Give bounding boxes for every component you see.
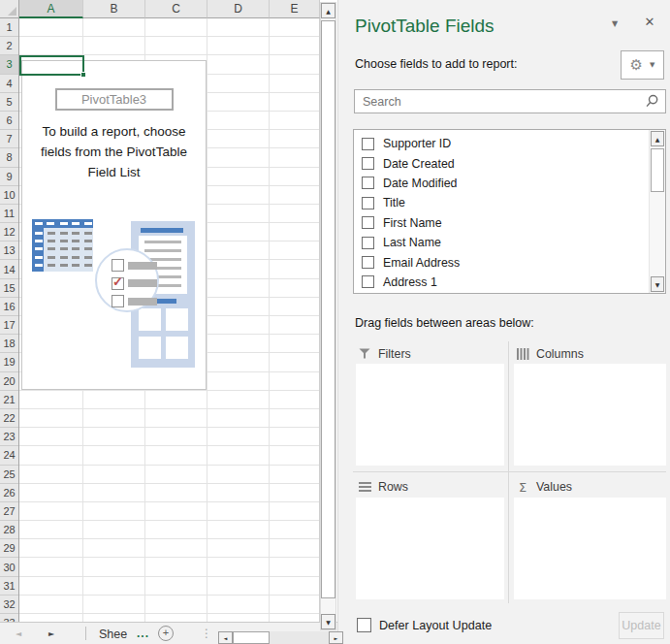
vertical-scroll-thumb[interactable] — [321, 20, 335, 598]
column-header-b[interactable]: B — [83, 0, 145, 18]
column-header-e[interactable]: E — [270, 0, 320, 18]
row-header-22[interactable]: 22 — [0, 409, 18, 428]
update-button[interactable]: Update — [619, 612, 664, 639]
row-header-21[interactable]: 21 — [0, 391, 18, 409]
field-settings-button[interactable]: ⚙ ▼ — [621, 50, 664, 80]
grid-row — [19, 539, 319, 558]
field-item-date-modified[interactable]: Date Modified — [354, 174, 665, 193]
sheet-tab[interactable]: Shee — [99, 628, 127, 641]
pivottable-fields-pane: PivotTable Fields ▼ ✕ Choose fields to a… — [337, 0, 670, 644]
row-header-1[interactable]: 1 — [0, 18, 18, 37]
row-header-11[interactable]: 11 — [0, 205, 18, 223]
row-header-23[interactable]: 23 — [0, 428, 18, 446]
columns-drop-zone[interactable] — [514, 364, 666, 466]
row-header-2[interactable]: 2 — [0, 37, 18, 55]
field-checkbox[interactable] — [362, 275, 374, 288]
row-header-26[interactable]: 26 — [0, 484, 18, 502]
row-header-19[interactable]: 19 — [0, 353, 18, 371]
grid-row — [19, 502, 319, 521]
select-all-button[interactable] — [0, 0, 19, 18]
grid-row — [19, 521, 319, 539]
scroll-left-button[interactable] — [218, 631, 233, 644]
row-header-28[interactable]: 28 — [0, 521, 18, 539]
chevron-down-icon[interactable]: ▼ — [602, 19, 627, 37]
horizontal-scrollbar[interactable] — [218, 631, 343, 644]
field-item-address-1[interactable]: Address 1 — [354, 273, 665, 292]
field-item-last-name[interactable]: Last Name — [354, 233, 665, 252]
row-header-10[interactable]: 10 — [0, 186, 18, 205]
list-scroll-thumb[interactable] — [651, 148, 664, 192]
columns-icon — [516, 348, 529, 360]
filters-drop-zone[interactable] — [356, 364, 504, 466]
add-sheet-button[interactable]: + — [158, 626, 174, 641]
scroll-down-button[interactable] — [321, 614, 335, 629]
drag-fields-label: Drag fields between areas below: — [355, 316, 534, 330]
funnel-icon — [358, 348, 371, 359]
rows-drop-zone[interactable] — [356, 498, 504, 599]
field-item-supporter-id[interactable]: Supporter ID — [354, 134, 665, 153]
area-label: Columns — [536, 347, 584, 361]
grid-row — [19, 428, 319, 446]
field-item-email-address[interactable]: Email Address — [354, 252, 665, 272]
column-header-a[interactable]: A — [19, 0, 83, 18]
field-checkbox[interactable] — [362, 177, 374, 189]
column-header-c[interactable]: C — [145, 0, 207, 18]
row-header-4[interactable]: 4 — [0, 75, 18, 93]
field-item-title[interactable]: Title — [354, 193, 665, 212]
areas-horizontal-divider — [353, 471, 666, 472]
scroll-down-button[interactable] — [651, 276, 664, 292]
close-icon[interactable]: ✕ — [637, 15, 662, 34]
row-header-25[interactable]: 25 — [0, 466, 18, 484]
next-sheet-icon[interactable] — [48, 629, 54, 638]
field-item-first-name[interactable]: First Name — [354, 213, 665, 233]
field-checkbox[interactable] — [362, 138, 374, 150]
field-checkbox[interactable] — [362, 256, 374, 269]
sheet-overflow-ellipsis[interactable]: ... — [137, 627, 149, 640]
sigma-icon — [516, 478, 529, 496]
field-item-date-created[interactable]: Date Created — [354, 153, 665, 173]
defer-layout-checkbox[interactable] — [357, 618, 371, 632]
search-input[interactable] — [355, 95, 645, 109]
field-checkbox[interactable] — [362, 157, 374, 170]
scroll-up-button[interactable] — [651, 131, 664, 146]
area-header: Filters — [356, 343, 504, 364]
vertical-scrollbar[interactable] — [320, 2, 336, 630]
row-header-32[interactable]: 32 — [0, 596, 18, 614]
row-header-27[interactable]: 27 — [0, 502, 18, 521]
field-checkbox[interactable] — [362, 237, 374, 249]
field-checkbox[interactable] — [362, 216, 374, 229]
row-header-20[interactable]: 20 — [0, 372, 18, 391]
scroll-up-button[interactable] — [321, 3, 335, 18]
row-header-15[interactable]: 15 — [0, 279, 18, 298]
tab-splitter-handle[interactable]: ⋮ — [201, 627, 212, 640]
row-header-5[interactable]: 5 — [0, 93, 18, 112]
grid-column-line — [207, 18, 207, 622]
row-header-3[interactable]: 3 — [0, 55, 18, 74]
row-header-6[interactable]: 6 — [0, 112, 18, 130]
row-header-24[interactable]: 24 — [0, 446, 18, 465]
values-drop-zone[interactable] — [514, 498, 666, 599]
row-header-33[interactable]: 33 — [0, 614, 18, 622]
prev-sheet-icon[interactable] — [16, 629, 21, 638]
row-header-13[interactable]: 13 — [0, 242, 18, 260]
fill-handle[interactable] — [80, 72, 86, 78]
row-header-16[interactable]: 16 — [0, 298, 18, 316]
scroll-right-button[interactable] — [329, 631, 343, 644]
row-header-18[interactable]: 18 — [0, 335, 18, 353]
row-header-17[interactable]: 17 — [0, 316, 18, 335]
field-checkbox[interactable] — [362, 197, 374, 209]
row-header-8[interactable]: 8 — [0, 148, 18, 167]
row-header-9[interactable]: 9 — [0, 168, 18, 186]
row-header-7[interactable]: 7 — [0, 130, 18, 148]
field-list-scrollbar[interactable] — [649, 130, 665, 293]
field-list[interactable]: Supporter IDDate CreatedDate ModifiedTit… — [353, 129, 666, 294]
column-header-d[interactable]: D — [207, 0, 270, 18]
row-header-30[interactable]: 30 — [0, 558, 18, 576]
horizontal-scroll-thumb[interactable] — [233, 631, 270, 644]
field-label: Email Address — [383, 256, 460, 270]
row-header-14[interactable]: 14 — [0, 260, 18, 278]
selected-cell[interactable] — [19, 55, 84, 76]
row-header-31[interactable]: 31 — [0, 577, 18, 596]
row-header-12[interactable]: 12 — [0, 223, 18, 242]
row-header-29[interactable]: 29 — [0, 539, 18, 558]
